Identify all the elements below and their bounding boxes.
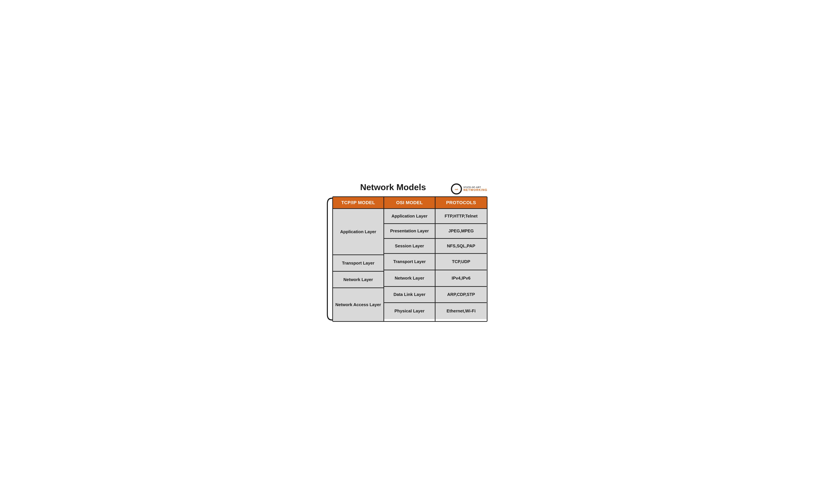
header-protocols: PROTOCOLS xyxy=(435,197,487,208)
proto-ftp: FTP,HTTP,Telnet xyxy=(435,209,487,224)
osi-transport: Transport Layer xyxy=(384,254,435,270)
proto-ethernet: Ethernet,Wi-Fi xyxy=(435,303,487,319)
left-network-layer: Network Layer xyxy=(333,272,384,288)
left-app-layer: Application Layer xyxy=(333,209,384,255)
proto-tcp: TCP,UDP xyxy=(435,254,487,270)
osi-presentation: Presentation Layer xyxy=(384,224,435,239)
network-models-table: TCP/IP MODEL OSI MODEL PROTOCOLS Applica… xyxy=(332,196,487,322)
logo-top-text: STATE-OF-ART xyxy=(464,186,487,188)
left-access-layer: Network Access Layer xyxy=(333,288,384,321)
proto-jpeg: JPEG,MPEG xyxy=(435,224,487,239)
left-transport-layer: Transport Layer xyxy=(333,255,384,272)
logo-bottom-text: NETWORKING xyxy=(464,188,487,192)
page-title: Network Models xyxy=(350,182,426,192)
header-osi: OSI MODEL xyxy=(384,197,435,208)
osi-session: Session Layer xyxy=(384,239,435,254)
osi-application: Application Layer xyxy=(384,209,435,224)
page-wrapper: Network Models net STATE-OF-ART NETWORKI… xyxy=(326,182,487,322)
logo-icon: net xyxy=(451,183,462,195)
logo-area: net STATE-OF-ART NETWORKING xyxy=(451,182,487,195)
table-header: TCP/IP MODEL OSI MODEL PROTOCOLS xyxy=(333,197,487,209)
right-column: FTP,HTTP,Telnet JPEG,MPEG NFS,SQL,PAP TC… xyxy=(435,209,487,321)
bracket-wrapper: TCP/IP MODEL OSI MODEL PROTOCOLS Applica… xyxy=(326,196,487,322)
bracket-svg xyxy=(326,196,333,322)
middle-column: Application Layer Presentation Layer Ses… xyxy=(384,209,435,321)
table-body: Application Layer Transport Layer Networ… xyxy=(333,209,487,321)
osi-datalink: Data Link Layer xyxy=(384,287,435,303)
header-tcpip: TCP/IP MODEL xyxy=(333,197,384,208)
svg-text:net: net xyxy=(455,188,458,191)
logo-text: STATE-OF-ART NETWORKING xyxy=(464,186,487,192)
proto-ipv4: IPv4,IPv6 xyxy=(435,270,487,287)
osi-physical: Physical Layer xyxy=(384,303,435,319)
osi-network: Network Layer xyxy=(384,270,435,287)
proto-arp: ARP,CDP,STP xyxy=(435,287,487,303)
left-column: Application Layer Transport Layer Networ… xyxy=(333,209,384,321)
proto-nfs: NFS,SQL,PAP xyxy=(435,239,487,254)
header-area: Network Models net STATE-OF-ART NETWORKI… xyxy=(326,182,487,195)
